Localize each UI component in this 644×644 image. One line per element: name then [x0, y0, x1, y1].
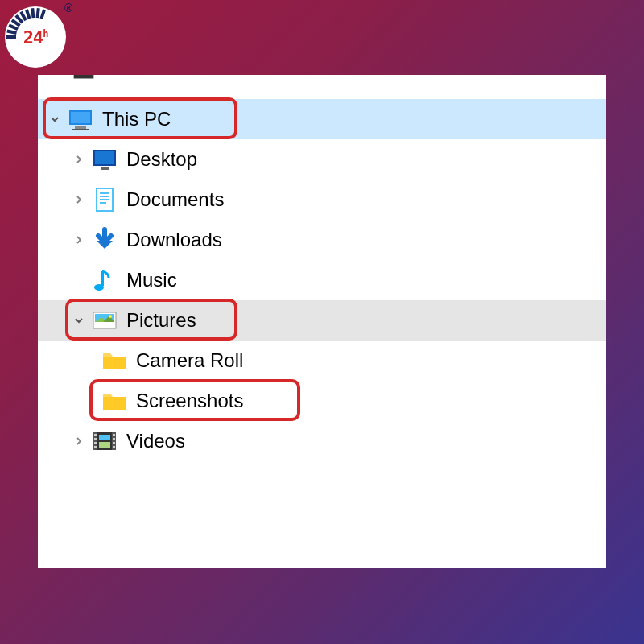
svg-rect-14 — [72, 129, 89, 130]
tree-item-documents[interactable]: Documents — [38, 180, 606, 220]
svg-rect-19 — [100, 192, 109, 194]
folder-icon — [101, 347, 128, 374]
svg-rect-8 — [36, 8, 40, 18]
svg-rect-10 — [74, 75, 94, 78]
chevron-right-icon[interactable] — [70, 151, 88, 168]
logo-text: 24h — [23, 27, 48, 47]
svg-rect-17 — [101, 167, 109, 170]
svg-rect-22 — [100, 202, 106, 204]
chevron-right-icon[interactable] — [70, 231, 88, 249]
registered-mark: ® — [64, 2, 72, 14]
tree-item-downloads[interactable]: Downloads — [38, 220, 606, 260]
svg-rect-16 — [95, 151, 114, 164]
svg-rect-35 — [113, 438, 115, 440]
svg-rect-37 — [113, 446, 115, 448]
tree-item-music[interactable]: Music — [38, 260, 606, 300]
tree-item-desktop[interactable]: Desktop — [38, 139, 606, 180]
folder-icon — [101, 387, 128, 415]
svg-rect-33 — [94, 446, 97, 448]
svg-rect-7 — [31, 8, 35, 18]
svg-rect-9 — [40, 9, 47, 19]
svg-rect-0 — [6, 35, 16, 39]
explorer-tree-panel: This PC Desktop Documents — [38, 75, 606, 568]
logo-24h: 24h — [5, 6, 66, 68]
svg-point-26 — [109, 315, 112, 318]
tree-label: Videos — [126, 430, 185, 452]
tree-label: Music — [126, 269, 177, 291]
tree-item-this-pc[interactable]: This PC — [38, 99, 606, 139]
music-icon — [91, 266, 118, 294]
chevron-right-icon[interactable] — [70, 191, 88, 208]
tree-item-screenshots[interactable]: Screenshots — [38, 381, 606, 421]
tree-item-camera-roll[interactable]: Camera Roll — [38, 341, 606, 381]
pictures-icon — [91, 307, 118, 334]
svg-rect-30 — [94, 434, 97, 436]
partial-item-top — [38, 75, 606, 81]
svg-rect-39 — [99, 442, 110, 448]
chevron-down-icon[interactable] — [46, 110, 64, 128]
tree-label: Downloads — [126, 229, 222, 251]
videos-icon — [91, 427, 118, 455]
tree-label: Camera Roll — [136, 349, 243, 372]
svg-rect-1 — [6, 30, 17, 35]
tree-item-videos[interactable]: Videos — [38, 421, 606, 461]
svg-rect-36 — [113, 442, 115, 444]
svg-rect-34 — [113, 434, 115, 436]
tree-label: Screenshots — [136, 390, 243, 412]
drive-icon — [70, 75, 97, 81]
chevron-down-icon[interactable] — [70, 312, 88, 329]
svg-rect-12 — [71, 112, 90, 123]
tree-label: This PC — [102, 108, 171, 130]
svg-rect-20 — [100, 196, 109, 197]
tree-item-pictures[interactable]: Pictures — [38, 300, 606, 341]
svg-rect-38 — [99, 435, 110, 440]
svg-point-23 — [94, 284, 104, 291]
this-pc-icon — [67, 105, 94, 133]
svg-rect-13 — [75, 126, 86, 129]
documents-icon — [91, 186, 118, 213]
tree-label: Pictures — [126, 309, 196, 332]
svg-rect-32 — [94, 442, 97, 444]
tree-label: Desktop — [126, 148, 197, 171]
svg-rect-21 — [100, 199, 109, 200]
tree-label: Documents — [126, 188, 224, 211]
svg-rect-31 — [94, 438, 97, 440]
desktop-icon — [91, 146, 118, 173]
chevron-right-icon[interactable] — [70, 432, 88, 450]
downloads-icon — [91, 226, 118, 254]
